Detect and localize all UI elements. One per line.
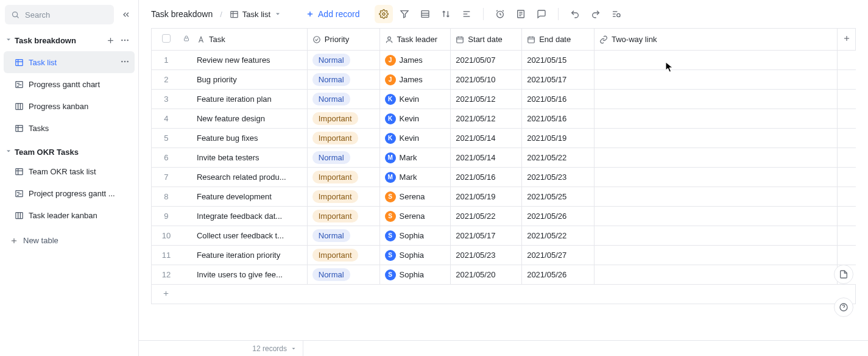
cell-end[interactable]: 2021/05/26: [522, 265, 595, 285]
cell-start[interactable]: 2021/05/14: [451, 129, 522, 148]
cell-leader[interactable]: KKevin: [379, 109, 451, 129]
cell-priority[interactable]: Normal: [307, 148, 379, 168]
sidebar-item-task-list[interactable]: Task list: [4, 51, 135, 73]
cell-task[interactable]: New feature design: [192, 109, 307, 129]
cell-task[interactable]: Feature bug fixes: [192, 129, 307, 148]
sidebar-item-project-gantt[interactable]: Project progress gantt ...: [4, 182, 135, 204]
cell-end[interactable]: 2021/05/27: [522, 246, 595, 265]
cell-priority[interactable]: Normal: [307, 90, 379, 109]
comment-button[interactable]: [532, 5, 551, 23]
cell-leader[interactable]: JJames: [379, 51, 451, 70]
add-view-button[interactable]: [103, 33, 118, 48]
table-row[interactable]: 10Collect user feedback t...NormalSSophi…: [152, 226, 856, 246]
add-column-button[interactable]: [837, 29, 855, 51]
cell-start[interactable]: 2021/05/12: [451, 109, 522, 129]
cell-priority[interactable]: Important: [307, 187, 379, 207]
cell-start[interactable]: 2021/05/14: [451, 148, 522, 168]
section-team-okr[interactable]: Team OKR Tasks: [0, 144, 138, 160]
table-row[interactable]: 5Feature bug fixesImportantKKevin2021/05…: [152, 129, 856, 148]
sort-button[interactable]: [437, 5, 455, 23]
cell-task[interactable]: Feature iteration plan: [192, 90, 307, 109]
table-row[interactable]: 4New feature designImportantKKevin2021/0…: [152, 109, 856, 129]
collapse-sidebar-button[interactable]: [119, 7, 133, 22]
cell-leader[interactable]: SSerena: [379, 187, 451, 207]
table-row[interactable]: 3Feature iteration planNormalKKevin2021/…: [152, 90, 856, 109]
cell-leader[interactable]: SSophia: [379, 265, 451, 285]
col-priority[interactable]: Priority: [307, 29, 379, 51]
cell-link[interactable]: [594, 168, 837, 187]
cell-priority[interactable]: Important: [307, 168, 379, 187]
cell-link[interactable]: [594, 51, 837, 70]
table-row[interactable]: 6Invite beta testersNormalMMark2021/05/1…: [152, 148, 856, 168]
new-table-button[interactable]: New table: [0, 231, 138, 250]
cell-end[interactable]: 2021/05/23: [522, 168, 595, 187]
cell-task[interactable]: Bug priority: [192, 70, 307, 90]
cell-link[interactable]: [594, 226, 837, 246]
col-leader[interactable]: Task leader: [379, 29, 451, 51]
cell-start[interactable]: 2021/05/20: [451, 265, 522, 285]
form-button[interactable]: [512, 5, 530, 23]
cell-task[interactable]: Feature development: [192, 187, 307, 207]
cell-leader[interactable]: MMark: [379, 148, 451, 168]
cell-start[interactable]: 2021/05/17: [451, 226, 522, 246]
cell-priority[interactable]: Normal: [307, 265, 379, 285]
cell-priority[interactable]: Important: [307, 129, 379, 148]
table-row[interactable]: 11Feature iteration priorityImportantSSo…: [152, 246, 856, 265]
cell-leader[interactable]: KKevin: [379, 90, 451, 109]
cell-task[interactable]: Invite users to give fee...: [192, 265, 307, 285]
cell-end[interactable]: 2021/05/16: [522, 109, 595, 129]
cell-priority[interactable]: Important: [307, 109, 379, 129]
redo-button[interactable]: [587, 5, 605, 23]
cell-link[interactable]: [594, 148, 837, 168]
cell-start[interactable]: 2021/05/12: [451, 90, 522, 109]
find-button[interactable]: [607, 5, 626, 23]
section-more-button[interactable]: [118, 33, 132, 48]
table-row[interactable]: 12Invite users to give fee...NormalSSoph…: [152, 265, 856, 285]
col-link[interactable]: Two-way link: [594, 29, 837, 51]
item-more-button[interactable]: [120, 57, 130, 68]
table-row[interactable]: 7Research related produ...ImportantMMark…: [152, 168, 856, 187]
search-input[interactable]: Search: [5, 5, 114, 24]
cell-priority[interactable]: Important: [307, 246, 379, 265]
cell-start[interactable]: 2021/05/10: [451, 70, 522, 90]
cell-link[interactable]: [594, 246, 837, 265]
cell-end[interactable]: 2021/05/15: [522, 51, 595, 70]
cell-priority[interactable]: Normal: [307, 70, 379, 90]
cell-leader[interactable]: SSophia: [379, 246, 451, 265]
cell-start[interactable]: 2021/05/07: [451, 51, 522, 70]
cell-start[interactable]: 2021/05/22: [451, 207, 522, 226]
cell-end[interactable]: 2021/05/17: [522, 70, 595, 90]
cell-task[interactable]: Research related produ...: [192, 168, 307, 187]
add-row[interactable]: [152, 285, 856, 304]
cell-link[interactable]: [594, 70, 837, 90]
help-float-button[interactable]: [834, 297, 853, 317]
sidebar-item-progress-gantt[interactable]: Progress gantt chart: [4, 73, 135, 95]
cell-link[interactable]: [594, 90, 837, 109]
cell-leader[interactable]: JJames: [379, 70, 451, 90]
cell-leader[interactable]: SSophia: [379, 226, 451, 246]
add-record-button[interactable]: Add record: [301, 5, 364, 23]
section-task-breakdown[interactable]: Task breakdown: [0, 29, 138, 51]
cell-end[interactable]: 2021/05/19: [522, 129, 595, 148]
table-row[interactable]: 8Feature developmentImportantSSerena2021…: [152, 187, 856, 207]
cell-leader[interactable]: SSerena: [379, 207, 451, 226]
col-start[interactable]: Start date: [451, 29, 522, 51]
cell-task[interactable]: Invite beta testers: [192, 148, 307, 168]
cell-end[interactable]: 2021/05/22: [522, 226, 595, 246]
cell-task[interactable]: Integrate feedback dat...: [192, 207, 307, 226]
cell-priority[interactable]: Important: [307, 207, 379, 226]
record-count[interactable]: 12 records: [139, 341, 303, 356]
cell-end[interactable]: 2021/05/16: [522, 90, 595, 109]
cell-leader[interactable]: KKevin: [379, 129, 451, 148]
select-all-header[interactable]: [152, 29, 181, 51]
cell-link[interactable]: [594, 109, 837, 129]
sidebar-item-okr-list[interactable]: Team OKR task list: [4, 160, 135, 182]
cell-end[interactable]: 2021/05/25: [522, 187, 595, 207]
cell-start[interactable]: 2021/05/16: [451, 168, 522, 187]
undo-button[interactable]: [566, 5, 584, 23]
cell-end[interactable]: 2021/05/26: [522, 207, 595, 226]
table-row[interactable]: 1Review new featuresNormalJJames2021/05/…: [152, 51, 856, 70]
table-row[interactable]: 2Bug priorityNormalJJames2021/05/102021/…: [152, 70, 856, 90]
view-picker[interactable]: Task list: [230, 10, 281, 19]
row-height-button[interactable]: [457, 5, 476, 23]
